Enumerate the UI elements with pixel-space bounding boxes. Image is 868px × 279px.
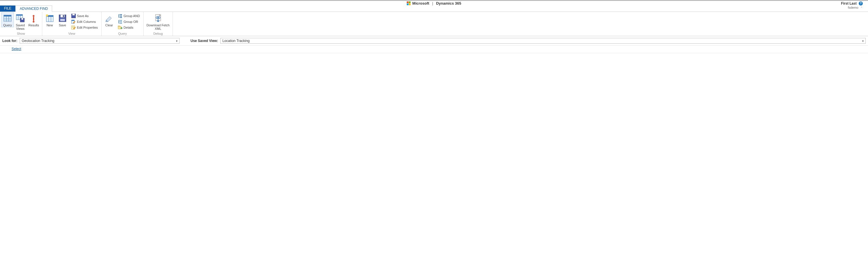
svg-rect-36 [120, 23, 122, 24]
saved-views-icon [16, 13, 25, 23]
details-icon [118, 25, 122, 30]
tab-strip: FILE ADVANCED FIND [0, 5, 868, 12]
ribbon-group-view: New Save Save As E [42, 12, 102, 36]
query-button[interactable]: Query [1, 12, 14, 27]
save-label: Save [59, 24, 66, 27]
chevron-down-icon: ▾ [176, 39, 178, 42]
group-view-label: View [42, 32, 101, 36]
saved-views-label: Saved Views [16, 24, 25, 30]
tab-advanced-find[interactable]: ADVANCED FIND [16, 5, 52, 12]
user-name: First Last [841, 1, 857, 5]
user-info: First Last ? fsdemo ⌃ [841, 1, 863, 10]
tab-file[interactable]: FILE [0, 5, 16, 11]
select-link[interactable]: Select [11, 47, 21, 51]
brand-separator: | [432, 1, 433, 5]
query-icon [3, 13, 12, 23]
criteria-area: Select [0, 46, 868, 53]
group-or-icon [118, 20, 122, 24]
download-fetch-xml-icon [153, 13, 163, 23]
use-saved-view-value: Location Tracking [222, 39, 250, 43]
download-fetch-xml-label: Download Fetch XML [147, 24, 170, 30]
edit-columns-label: Edit Columns [77, 20, 96, 24]
svg-rect-1 [4, 15, 11, 17]
svg-point-42 [157, 17, 159, 19]
look-for-value: Geolocation Tracking [22, 39, 55, 43]
new-label: New [46, 24, 53, 27]
svg-rect-25 [72, 14, 75, 16]
clear-label: Clear [105, 24, 113, 27]
save-as-icon [71, 13, 76, 18]
use-saved-view-label: Use Saved View: [190, 39, 218, 43]
edit-properties-icon [71, 25, 76, 30]
svg-rect-32 [120, 16, 122, 17]
svg-rect-35 [120, 22, 122, 22]
details-button[interactable]: Details [116, 25, 142, 30]
edit-properties-label: Edit Properties [77, 26, 98, 29]
ribbon-group-query: Clear Group AND Group OR [102, 12, 144, 36]
filter-bar: Look for: Geolocation Tracking ▾ Use Sav… [0, 36, 868, 46]
results-icon [29, 13, 38, 23]
save-as-button[interactable]: Save As [69, 13, 100, 19]
new-button[interactable]: New [43, 12, 56, 27]
svg-rect-38 [118, 26, 120, 27]
use-saved-view-combo[interactable]: Location Tracking ▾ [220, 38, 866, 44]
details-label: Details [124, 26, 133, 29]
group-and-label: Group AND [124, 14, 140, 18]
look-for-combo[interactable]: Geolocation Tracking ▾ [20, 38, 180, 44]
ribbon-group-show: Query Saved Views Results Show [0, 12, 42, 36]
group-show-label: Show [0, 32, 42, 36]
look-for-label: Look for: [2, 39, 18, 43]
svg-rect-22 [63, 15, 64, 17]
group-query-label: Query [102, 32, 143, 36]
query-label: Query [3, 24, 12, 27]
brand: Microsoft | Dynamics 365 [407, 1, 461, 5]
clear-button[interactable]: Clear [103, 12, 116, 27]
edit-columns-icon [71, 20, 76, 24]
help-icon[interactable]: ? [859, 1, 863, 5]
group-and-icon [118, 13, 122, 18]
user-org: fsdemo [848, 6, 859, 9]
svg-rect-11 [22, 18, 23, 20]
group-and-button[interactable]: Group AND [116, 13, 142, 19]
group-or-label: Group OR [124, 20, 138, 24]
save-as-label: Save As [77, 14, 89, 18]
ribbon: Query Saved Views Results Show [0, 12, 868, 36]
svg-rect-7 [16, 14, 23, 16]
saved-views-button[interactable]: Saved Views [14, 12, 27, 30]
clear-icon [104, 13, 114, 23]
svg-rect-13 [33, 17, 34, 21]
ribbon-group-debug: Download Fetch XML Debug [144, 12, 173, 36]
save-button[interactable]: Save [56, 12, 69, 27]
svg-rect-23 [60, 19, 65, 21]
org-caret-icon[interactable]: ⌃ [861, 6, 863, 9]
brand-microsoft: Microsoft [412, 1, 429, 5]
save-icon [58, 13, 67, 23]
chevron-down-icon: ▾ [862, 39, 864, 42]
svg-point-14 [33, 21, 34, 23]
results-button[interactable]: Results [27, 12, 41, 27]
download-fetch-xml-button[interactable]: Download Fetch XML [145, 12, 172, 30]
brand-product: Dynamics 365 [436, 1, 461, 5]
results-label: Results [28, 24, 39, 27]
svg-rect-31 [120, 14, 122, 15]
app-header: Microsoft | Dynamics 365 First Last ? fs… [0, 0, 868, 5]
group-debug-label: Debug [144, 32, 173, 36]
microsoft-logo-icon [407, 1, 410, 5]
group-or-button[interactable]: Group OR [116, 19, 142, 25]
svg-rect-34 [120, 20, 122, 21]
edit-columns-button[interactable]: Edit Columns [69, 19, 100, 25]
svg-rect-27 [71, 20, 74, 21]
svg-point-12 [33, 15, 34, 17]
edit-properties-button[interactable]: Edit Properties [69, 25, 100, 30]
svg-rect-33 [120, 17, 122, 18]
new-icon [45, 13, 55, 23]
